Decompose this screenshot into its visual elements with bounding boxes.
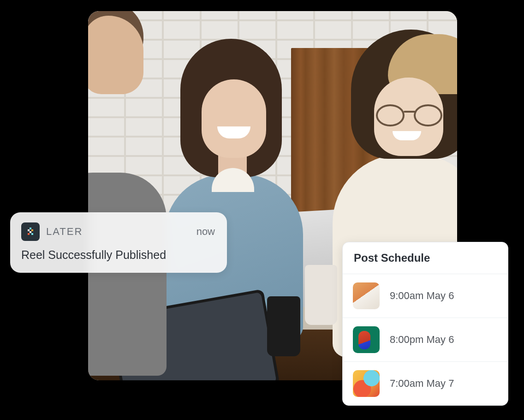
svg-rect-3 xyxy=(30,231,31,233)
notification-message: Reel Successfully Published xyxy=(21,248,215,262)
dark-cup xyxy=(267,296,300,356)
post-thumbnail xyxy=(353,370,380,397)
notification-app-name: LATER xyxy=(46,226,83,238)
post-thumbnail xyxy=(353,282,380,309)
schedule-time: 8:00pm May 6 xyxy=(390,334,454,346)
person-left xyxy=(88,11,162,366)
svg-rect-1 xyxy=(28,229,30,231)
notification-time: now xyxy=(196,226,215,238)
later-app-icon xyxy=(21,222,40,241)
glasses-icon xyxy=(376,104,443,126)
svg-rect-4 xyxy=(28,233,30,235)
schedule-row[interactable]: 7:00am May 7 xyxy=(343,362,508,405)
svg-rect-0 xyxy=(30,228,31,229)
paper-cup xyxy=(305,265,337,325)
person-center xyxy=(148,43,314,339)
schedule-row[interactable]: 8:00pm May 6 xyxy=(343,318,508,362)
schedule-title: Post Schedule xyxy=(343,242,508,274)
schedule-row[interactable]: 9:00am May 6 xyxy=(343,274,508,318)
schedule-time: 9:00am May 6 xyxy=(390,290,454,302)
post-schedule-card: Post Schedule 9:00am May 6 8:00pm May 6 … xyxy=(342,242,508,406)
post-thumbnail xyxy=(353,326,380,353)
svg-rect-5 xyxy=(31,233,33,235)
svg-rect-2 xyxy=(31,229,33,231)
schedule-time: 7:00am May 7 xyxy=(390,378,454,390)
push-notification[interactable]: LATER now Reel Successfully Published xyxy=(10,212,227,273)
